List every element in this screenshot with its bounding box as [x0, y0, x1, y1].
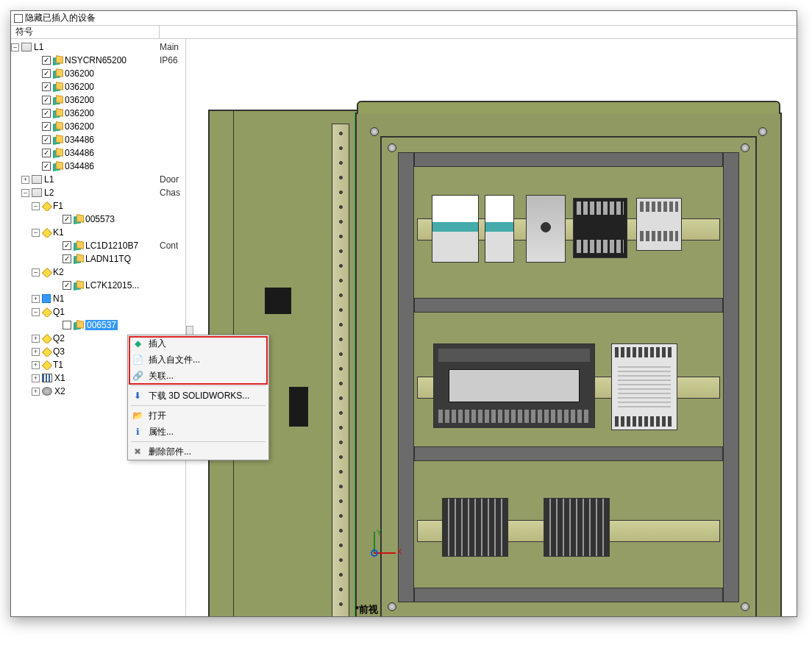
expand-icon[interactable]: – [11, 43, 19, 51]
diamond-icon [42, 334, 51, 343]
3d-viewport[interactable]: ⋮ [186, 39, 797, 616]
contactor-aux [636, 198, 682, 251]
expand-icon[interactable]: + [32, 388, 40, 396]
tree-checkbox[interactable]: ✓ [42, 82, 51, 91]
tree-node[interactable]: ✓036200 [11, 93, 185, 107]
expand-icon[interactable]: – [21, 189, 29, 197]
tree-label: Q2 [53, 333, 65, 343]
cube-icon [73, 321, 83, 329]
tree-label: 034486 [65, 161, 94, 171]
tree-node[interactable]: ✓LADN11TQ [11, 252, 185, 266]
bars-ico-icon [42, 374, 52, 382]
expand-icon [32, 96, 40, 104]
tree-node[interactable]: 006537 [11, 318, 185, 332]
hide-inserted-checkbox[interactable] [14, 14, 23, 23]
tree-checkbox[interactable]: ✓ [63, 281, 71, 290]
tree-checkbox[interactable]: ✓ [42, 149, 51, 157]
tree-label: L1 [44, 174, 54, 185]
tree-node[interactable]: ✓005573 [11, 213, 185, 226]
expand-icon[interactable]: + [32, 335, 40, 343]
tree-node[interactable]: –L2Chas [11, 186, 185, 199]
tree-node[interactable]: –Q1 [11, 305, 185, 318]
menu-properties[interactable]: ℹ属性... [128, 424, 268, 440]
loc-ico-icon [32, 175, 42, 184]
tree-node[interactable]: ✓034486 [11, 160, 185, 173]
cube-icon [52, 135, 63, 144]
expand-icon[interactable]: + [21, 176, 29, 184]
tree-node[interactable]: –K2 [11, 266, 185, 279]
tree-checkbox[interactable]: ✓ [42, 122, 51, 131]
tree-checkbox[interactable]: ✓ [42, 56, 51, 65]
menu-insert[interactable]: ◆插入 [128, 335, 268, 352]
menu-download-solidworks[interactable]: ⬇下载 3D SOLIDWORKS... [128, 388, 268, 404]
cube-icon [52, 149, 63, 157]
tree-checkbox[interactable]: ✓ [42, 96, 51, 104]
loc-ico-icon [21, 43, 32, 51]
expand-icon [32, 163, 40, 171]
expand-icon[interactable]: – [32, 229, 40, 237]
tree-node[interactable]: ✓LC7K12015... [11, 279, 185, 292]
tree-node[interactable]: ✓036200 [11, 67, 185, 80]
blue-sq-icon [42, 294, 51, 303]
expand-icon [32, 70, 40, 78]
cube-icon [52, 122, 63, 131]
tree-node[interactable]: –K1 [11, 226, 185, 239]
tree-node[interactable]: ✓036200 [11, 107, 185, 120]
tree-node[interactable]: ✓NSYCRN65200IP66 [11, 54, 185, 67]
expand-icon[interactable]: – [32, 308, 40, 316]
menu-associate[interactable]: 🔗关联... [128, 368, 268, 384]
expand-icon[interactable]: + [32, 361, 40, 369]
tree-checkbox[interactable]: ✓ [42, 135, 51, 144]
expand-icon[interactable]: + [32, 295, 40, 303]
tree-desc: Main [160, 42, 179, 52]
file-icon: 📄 [131, 354, 144, 366]
tree-label: Q3 [53, 346, 65, 357]
tree-desc: IP66 [160, 55, 178, 65]
tree-label: 034486 [65, 135, 94, 145]
expand-icon[interactable]: – [32, 202, 40, 210]
menu-open[interactable]: 📂打开 [128, 407, 268, 424]
expand-icon[interactable]: – [32, 268, 40, 277]
tree-checkbox[interactable]: ✓ [63, 241, 71, 250]
cube-icon [52, 162, 63, 171]
tree-label: K2 [53, 267, 64, 277]
gear-ico-icon [42, 387, 52, 396]
col-description[interactable] [160, 26, 797, 38]
info-icon: ℹ [131, 426, 144, 438]
expand-icon [52, 242, 60, 250]
tree-checkbox[interactable]: ✓ [42, 162, 51, 171]
tree-checkbox[interactable]: ✓ [42, 109, 51, 118]
tree-label: 036200 [65, 68, 94, 79]
col-symbol[interactable]: 符号 [11, 26, 160, 38]
expand-icon[interactable]: + [32, 374, 40, 382]
expand-icon [52, 282, 60, 290]
tree-node[interactable]: –F1 [11, 199, 185, 213]
expand-icon [32, 136, 40, 144]
tree-checkbox[interactable]: ✓ [63, 215, 71, 224]
tree-checkbox[interactable]: ✓ [63, 254, 71, 263]
tree-node[interactable]: +L1Door [11, 173, 185, 186]
tree-node[interactable]: ✓034486 [11, 146, 185, 160]
loc-ico-icon [32, 188, 42, 197]
tree-node[interactable]: –L1Main [11, 40, 185, 54]
expand-icon [52, 215, 60, 224]
tree-label: X1 [54, 373, 65, 383]
tree-checkbox[interactable] [63, 321, 71, 329]
tree-node[interactable]: ✓034486 [11, 133, 185, 146]
tree-node[interactable]: ✓036200 [11, 120, 185, 133]
vertical-din-rail [332, 124, 349, 616]
cube-icon [73, 215, 83, 224]
tree-label: NSYCRN65200 [65, 55, 127, 65]
tree-checkbox[interactable]: ✓ [42, 69, 51, 78]
expand-icon[interactable]: + [32, 348, 40, 356]
tree-node[interactable]: ✓LC1D1210B7Cont [11, 239, 185, 252]
tree-node[interactable]: ✓036200 [11, 80, 185, 93]
tree-label: LC1D1210B7 [85, 240, 138, 251]
tree-label: LADN11TQ [85, 254, 131, 264]
tree-node[interactable]: +N1 [11, 292, 185, 305]
power-supply [611, 343, 677, 430]
menu-delete-part[interactable]: ✖删除部件... [128, 443, 268, 460]
tree-label: L2 [44, 188, 54, 198]
tree-label: X2 [54, 386, 65, 396]
menu-insert-from-file[interactable]: 📄插入自文件... [128, 352, 268, 368]
